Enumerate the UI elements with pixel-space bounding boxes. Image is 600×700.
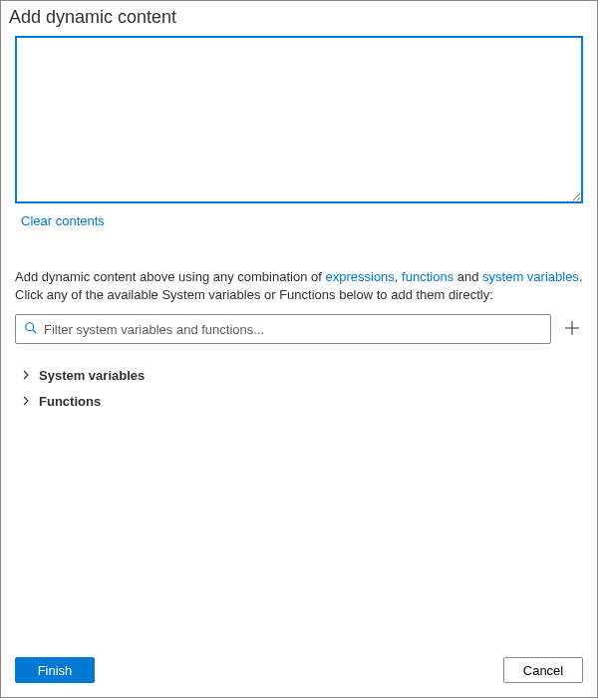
- tree-label-system-variables: System variables: [39, 368, 145, 383]
- search-icon: [24, 321, 44, 338]
- tree-item-system-variables[interactable]: System variables: [15, 362, 583, 388]
- add-button[interactable]: [561, 318, 583, 340]
- help-text-prefix: Add dynamic content above using any comb…: [15, 269, 325, 284]
- filter-input[interactable]: [44, 322, 542, 337]
- svg-line-1: [33, 329, 37, 333]
- system-variables-link[interactable]: system variables: [482, 269, 579, 284]
- help-text-comma: ,: [395, 269, 402, 284]
- tree-label-functions: Functions: [39, 394, 101, 409]
- plus-icon: [564, 320, 580, 339]
- chevron-right-icon: [21, 368, 39, 383]
- dynamic-content-editor[interactable]: [15, 36, 583, 203]
- help-text: Add dynamic content above using any comb…: [15, 268, 583, 304]
- help-text-and: and: [453, 269, 482, 284]
- tree-item-functions[interactable]: Functions: [15, 388, 583, 414]
- functions-link[interactable]: functions: [402, 269, 453, 284]
- tree: System variables Functions: [15, 362, 583, 414]
- filter-row: [15, 314, 583, 344]
- clear-contents-link[interactable]: Clear contents: [21, 213, 105, 228]
- cancel-button[interactable]: Cancel: [503, 657, 583, 683]
- finish-button[interactable]: Finish: [15, 657, 95, 683]
- expressions-link[interactable]: expressions: [325, 269, 394, 284]
- add-dynamic-content-dialog: Add dynamic content Clear contents Add d…: [0, 0, 598, 698]
- svg-point-0: [26, 322, 34, 330]
- dialog-content: Clear contents Add dynamic content above…: [1, 36, 597, 645]
- dialog-footer: Finish Cancel: [1, 645, 597, 697]
- filter-box[interactable]: [15, 314, 551, 344]
- dialog-title: Add dynamic content: [1, 1, 597, 36]
- chevron-right-icon: [21, 394, 39, 409]
